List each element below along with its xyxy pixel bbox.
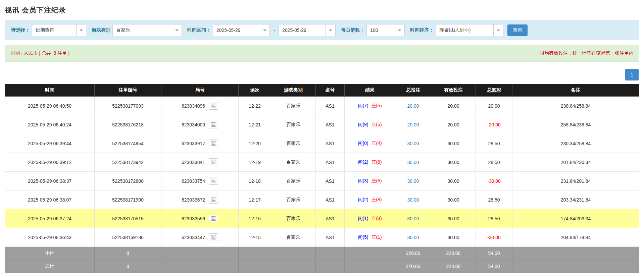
empty-cell [316, 260, 345, 273]
cell-session: 12-17 [239, 190, 271, 209]
result-player: 闲(5) [358, 234, 368, 240]
picture-icon [211, 198, 216, 202]
total-bet-link[interactable]: 30.00 [407, 178, 419, 184]
pagination-top: 1 [5, 69, 639, 80]
cell-table-no: AS1 [316, 115, 345, 134]
cell-game-type: 百家乐 [271, 228, 316, 247]
cell-session: 12-20 [239, 134, 271, 153]
time-range-label: 时间区间： [187, 27, 211, 33]
cell-payout: 28.50 [476, 134, 512, 153]
result-player: 闲(2) [358, 159, 368, 165]
search-button[interactable]: 查询 [507, 24, 528, 36]
empty-cell [316, 247, 345, 260]
round-result-button[interactable] [209, 233, 218, 241]
cell-time: 2025-05-29 06:38:37 [5, 172, 95, 190]
round-result-button[interactable] [209, 121, 218, 128]
header-bet-id: 注单编号 [95, 84, 161, 97]
total-bet-link[interactable]: 30.00 [407, 216, 419, 221]
cell-round-id: 623033917 [161, 134, 239, 153]
table-row[interactable]: 2025-05-29 06:40:24 522538176218 6230340… [5, 115, 639, 134]
table-row[interactable]: 2025-05-29 06:39:12 522538173942 6230338… [5, 153, 639, 172]
empty-cell [345, 260, 395, 273]
query-type-dropdown[interactable]: 日期查询 [32, 24, 86, 36]
cell-session: 12-18 [239, 172, 271, 190]
cell-time: 2025-05-29 06:39:44 [5, 134, 95, 153]
round-number: 623033841 [182, 160, 205, 165]
caret-down-icon[interactable] [493, 24, 503, 36]
caret-down-icon[interactable] [76, 24, 86, 36]
payout-value: 28.50 [488, 160, 500, 165]
page: 视讯 会员下注纪录 请选择： 日期查询 游戏类别 百家乐 时间区间： 2025-… [0, 0, 644, 277]
cell-table-no: AS1 [316, 190, 345, 209]
cell-bet-id: 522538171900 [95, 190, 161, 209]
per-page-dropdown[interactable]: 100 [366, 24, 405, 36]
header-session: 场次 [239, 84, 271, 97]
payout-value: 28.50 [488, 197, 500, 203]
cell-remark: 230.34/258.84 [512, 134, 639, 153]
total-label: 总计 [5, 260, 95, 273]
total-row: 总计 8 220.00 220.00 54.00 [5, 260, 639, 273]
cell-valid-bet: 20.00 [431, 97, 476, 115]
total-payout: 54.00 [476, 260, 512, 273]
table-row[interactable]: 2025-05-29 06:36:43 522538169186 6230334… [5, 228, 639, 247]
round-result-button[interactable] [209, 196, 218, 204]
table-row[interactable]: 2025-05-29 06:38:37 522538172800 6230337… [5, 172, 639, 190]
total-bet-link[interactable]: 30.00 [407, 160, 419, 165]
game-type-label: 游戏类别 [92, 27, 110, 33]
table-row[interactable]: 2025-05-29 06:40:50 522538177093 6230340… [5, 97, 639, 115]
date-from-dropdown[interactable]: 2025-05-29 [213, 24, 270, 36]
payout-value: -20.00 [487, 122, 501, 127]
empty-cell [239, 260, 271, 273]
round-result-button[interactable] [209, 140, 218, 147]
total-bet-link[interactable]: 30.00 [407, 235, 419, 240]
picture-icon [211, 235, 216, 239]
page-button-1[interactable]: 1 [625, 69, 639, 80]
caret-down-icon[interactable] [326, 24, 335, 36]
round-result-button[interactable] [209, 102, 218, 110]
cell-bet-id: 522538170515 [95, 209, 161, 228]
cell-valid-bet: 30.00 [431, 153, 476, 172]
table-header-row: 时间 注单编号 局号 场次 游戏类别 桌号 结果 总投注 有效投注 总派彩 备注 [5, 84, 639, 97]
cell-payout: 20.00 [476, 97, 512, 115]
total-bet-link[interactable]: 20.00 [407, 103, 419, 109]
per-page-value: 100 [367, 24, 395, 36]
query-type-value: 日期查询 [32, 24, 76, 36]
cell-total-bet: 30.00 [395, 153, 431, 172]
round-result-button[interactable] [209, 177, 218, 185]
total-bet-link[interactable]: 30.00 [407, 197, 419, 203]
caret-down-icon[interactable] [172, 24, 182, 36]
picture-icon [211, 104, 216, 108]
cell-game-type: 百家乐 [271, 172, 316, 190]
cell-payout: -30.00 [476, 172, 512, 190]
table-row[interactable]: 2025-05-29 06:37:24 522538170515 6230335… [5, 209, 639, 228]
caret-down-icon[interactable] [395, 24, 404, 36]
picture-icon [211, 141, 216, 146]
date-from-value: 2025-05-29 [213, 24, 260, 36]
round-result-button[interactable] [209, 215, 218, 222]
game-type-dropdown[interactable]: 百家乐 [112, 24, 182, 36]
cell-payout: -30.00 [476, 228, 512, 247]
subtotal-count: 8 [95, 247, 161, 260]
info-bar: 币别 : 人民币 | 总共 :8 注单 | 同局有效投注，统一计算在该局第一张注… [5, 45, 639, 62]
total-bet-link[interactable]: 20.00 [407, 122, 419, 127]
cell-session: 12-19 [239, 153, 271, 172]
cell-game-type: 百家乐 [271, 153, 316, 172]
total-bet-link[interactable]: 30.00 [407, 141, 419, 146]
cell-round-id: 623033754 [161, 172, 239, 190]
cell-remark: 203.34/231.84 [512, 190, 639, 209]
cell-game-type: 百家乐 [271, 190, 316, 209]
cell-remark: 204.84/174.84 [512, 228, 639, 247]
round-result-button[interactable] [209, 158, 218, 166]
table-row[interactable]: 2025-05-29 06:39:44 522538174954 6230339… [5, 134, 639, 153]
subtotal-valid-bet: 220.00 [431, 247, 476, 260]
subtotal-row: 小计 8 220.00 220.00 54.00 [5, 247, 639, 260]
table-row[interactable]: 2025-05-29 06:38:07 522538171900 6230336… [5, 190, 639, 209]
cell-remark: 258.84/238.84 [512, 115, 639, 134]
cell-result: 闲(5) 庄(1) [345, 228, 395, 247]
cell-total-bet: 30.00 [395, 190, 431, 209]
query-type-label: 请选择： [11, 27, 30, 33]
date-to-dropdown[interactable]: 2025-05-29 [279, 24, 336, 36]
caret-down-icon[interactable] [260, 24, 269, 36]
sort-order-dropdown[interactable]: 降幂(由大到小) [436, 24, 503, 36]
cell-payout: -20.00 [476, 115, 512, 134]
